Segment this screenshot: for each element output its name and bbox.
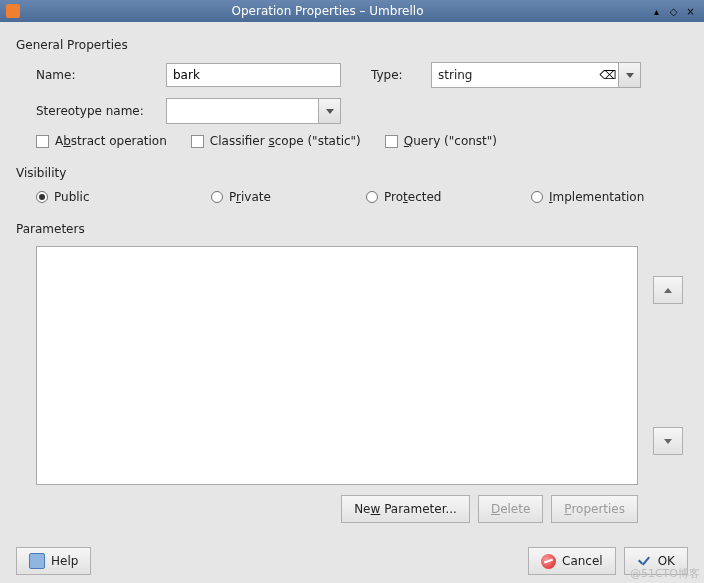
chevron-down-icon [626,73,634,78]
radio-icon [211,191,223,203]
help-button[interactable]: Help [16,547,91,575]
abstract-checkbox[interactable]: Abstract operation [36,134,167,148]
parameters-list[interactable] [36,246,638,485]
private-label: Private [229,190,271,204]
type-combobox[interactable]: string ⌫ [431,62,641,88]
stereotype-value [167,99,318,123]
stereotype-row: Stereotype name: [36,98,688,124]
private-radio[interactable]: Private [211,190,366,204]
radio-icon [531,191,543,203]
window-title: Operation Properties – Umbrello [6,4,649,18]
new-parameter-button[interactable]: New Parameter... [341,495,470,523]
shade-button[interactable]: ▴ [649,4,664,19]
parameters-section-title: Parameters [16,222,688,236]
checkbox-row: Abstract operation Classifier scope ("st… [36,134,688,148]
protected-radio[interactable]: Protected [366,190,531,204]
move-up-button[interactable] [653,276,683,304]
public-radio[interactable]: Public [36,190,211,204]
chevron-down-icon [326,109,334,114]
radio-icon [36,191,48,203]
stereotype-label: Stereotype name: [36,104,166,118]
classifier-label: Classifier scope ("static") [210,134,361,148]
clear-icon[interactable]: ⌫ [598,63,618,87]
general-section-title: General Properties [16,38,688,52]
title-bar: Operation Properties – Umbrello ▴ ◇ × [0,0,704,22]
properties-button[interactable]: Properties [551,495,638,523]
classifier-scope-checkbox[interactable]: Classifier scope ("static") [191,134,361,148]
help-icon [29,553,45,569]
name-input[interactable] [166,63,341,87]
cancel-icon [541,554,556,569]
stereotype-combobox[interactable] [166,98,341,124]
arrow-down-icon [664,439,672,444]
protected-label: Protected [384,190,441,204]
ok-button[interactable]: OK [624,547,688,575]
delete-button[interactable]: Delete [478,495,543,523]
dialog-body: General Properties Name: Type: string ⌫ … [0,22,704,583]
type-label: Type: [371,68,431,82]
abstract-label: Abstract operation [55,134,167,148]
radio-icon [366,191,378,203]
bottom-bar: Help Cancel OK [16,537,688,575]
ok-icon [637,554,652,569]
checkbox-icon [385,135,398,148]
cancel-button[interactable]: Cancel [528,547,616,575]
implementation-label: Implementation [549,190,644,204]
name-label: Name: [36,68,166,82]
type-dropdown-button[interactable] [618,63,640,87]
query-label: Query ("const") [404,134,497,148]
name-row: Name: Type: string ⌫ [36,62,688,88]
close-button[interactable]: × [683,4,698,19]
visibility-radio-group: Public Private Protected Implementation [36,190,688,204]
maximize-button[interactable]: ◇ [666,4,681,19]
checkbox-icon [36,135,49,148]
checkbox-icon [191,135,204,148]
stereotype-dropdown-button[interactable] [318,99,340,123]
query-checkbox[interactable]: Query ("const") [385,134,497,148]
arrow-up-icon [664,288,672,293]
public-label: Public [54,190,90,204]
visibility-section-title: Visibility [16,166,688,180]
implementation-radio[interactable]: Implementation [531,190,644,204]
move-down-button[interactable] [653,427,683,455]
type-value: string [432,63,598,87]
parameters-area: New Parameter... Delete Properties [16,246,688,523]
